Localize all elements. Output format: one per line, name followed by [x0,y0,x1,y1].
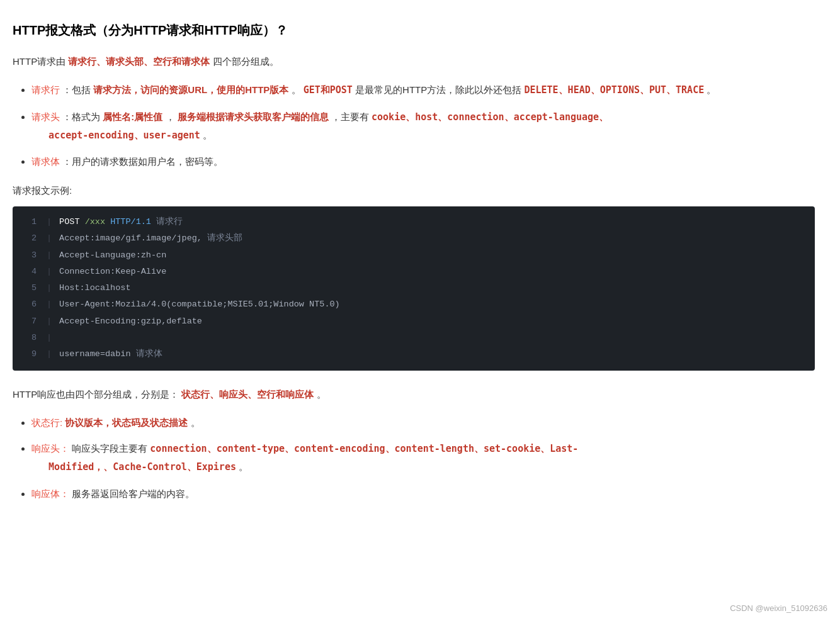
response-list: 状态行: 协议版本，状态码及状态描述 。 响应头： 响应头字段主要有 conne… [13,414,815,503]
list-item-response-header: 响应头： 响应头字段主要有 connection、content-type、co… [31,440,815,476]
response-section: HTTP响应也由四个部分组成，分别是： 状态行、响应头、空行和响应体 。 状态行… [13,386,815,503]
list-item-request-header: 请求头 ：格式为 属性名:属性值 ， 服务端根据请求头获取客户端的信息 ，主要有… [31,108,815,145]
list-item-status-line: 状态行: 协议版本，状态码及状态描述 。 [31,414,815,432]
label-response-header: 响应头： [31,443,69,454]
code-line-6: 6 | User-Agent:Mozila/4.0(compatible;MSI… [13,296,815,313]
response-highlight: 状态行、响应头、空行和响应体 [181,389,316,400]
intro-paragraph: HTTP请求由 请求行、请求头部、空行和请求体 四个部分组成。 [13,53,815,70]
label-request-body: 请求体 [31,156,60,167]
code-line-9: 9 | username=dabin 请求体 [13,346,815,362]
label-request-line: 请求行 [31,84,60,95]
code-line-5: 5 | Host:localhost [13,280,815,296]
code-line-2: 2 | Accept:image/gif.image/jpeg, 请求头部 [13,230,815,247]
example-label: 请求报文示例: [13,182,815,199]
label-response-body: 响应体： [31,488,69,499]
response-text1: HTTP响应也由四个部分组成，分别是： [13,389,179,400]
list-item-request-body: 请求体 ：用户的请求数据如用户名，密码等。 [31,153,815,171]
response-intro: HTTP响应也由四个部分组成，分别是： 状态行、响应头、空行和响应体 。 [13,386,815,403]
page-title: HTTP报文格式（分为HTTP请求和HTTP响应）？ [13,19,815,42]
list-item-request-line: 请求行 ：包括 请求方法，访问的资源URL，使用的HTTP版本 。 GET和PO… [31,81,815,99]
code-line-1: 1 | POST /xxx HTTP/1.1 请求行 [13,214,815,230]
intro-text1: HTTP请求由 [13,56,65,67]
response-text2: 。 [317,389,326,400]
request-list: 请求行 ：包括 请求方法，访问的资源URL，使用的HTTP版本 。 GET和PO… [13,81,815,171]
code-line-4: 4 | Connection:Keep-Alive [13,264,815,280]
label-request-header: 请求头 [31,111,60,122]
intro-highlight: 请求行、请求头部、空行和请求体 [68,56,210,67]
code-line-7: 7 | Accept-Encoding:gzip,deflate [13,313,815,330]
code-line-3: 3 | Accept-Language:zh-cn [13,247,815,264]
intro-text2: 四个部分组成。 [213,56,279,67]
code-block: 1 | POST /xxx HTTP/1.1 请求行 2 | Accept:im… [13,206,815,371]
list-item-response-body: 响应体： 服务器返回给客户端的内容。 [31,485,815,503]
label-status-line: 状态行: [31,417,62,428]
code-line-8: 8 | [13,330,815,346]
